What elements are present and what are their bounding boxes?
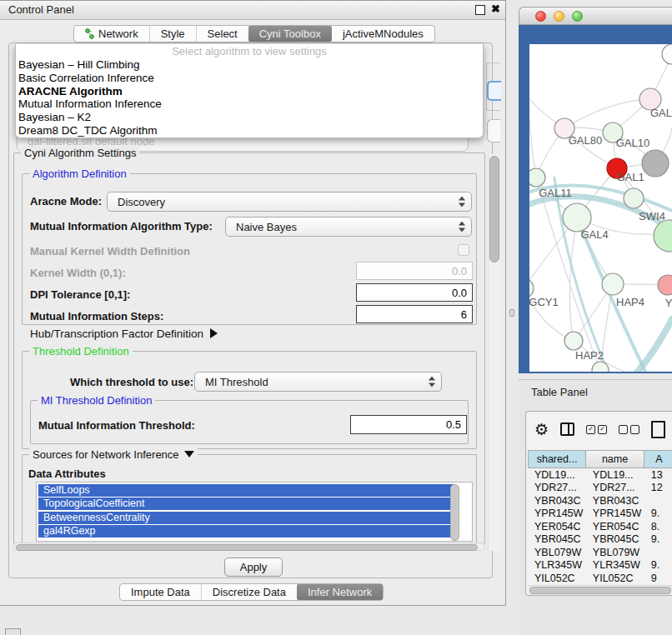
- network-node-gray-node[interactable]: [642, 150, 669, 177]
- settings-vertical-scrollbar[interactable]: [488, 154, 499, 551]
- float-window-icon[interactable]: [475, 5, 485, 15]
- column-header-shared[interactable]: shared...: [528, 450, 586, 468]
- kernel-width-field[interactable]: [356, 262, 473, 280]
- table-cell: YER054C: [586, 521, 644, 532]
- mac-close-button[interactable]: [535, 11, 546, 22]
- node-label-hap2: HAP2: [575, 349, 604, 362]
- node-label-gal11: GAL11: [539, 187, 572, 199]
- tab-infer-network[interactable]: Infer Network: [297, 584, 383, 600]
- aracne-mode-combo[interactable]: Discovery: [107, 192, 472, 212]
- table-cell: 9.: [644, 533, 672, 545]
- table-cell: YIL052C: [586, 572, 644, 584]
- mi-type-combo[interactable]: Naive Bayes: [225, 217, 472, 237]
- table-toolbar: ⚙ ✓✓: [534, 417, 668, 442]
- table-row[interactable]: YBR043CYBR043C: [528, 494, 672, 508]
- node-label-gal4: GAL4: [580, 228, 608, 241]
- manual-kernel-checkbox[interactable]: [458, 244, 469, 256]
- aracne-mode-value: Discovery: [118, 196, 165, 208]
- tab-discretize-data[interactable]: Discretize Data: [201, 584, 297, 600]
- tab-cyni-toolbox[interactable]: Cyni Toolbox: [248, 26, 332, 42]
- attribute-list-item[interactable]: BetweennessCentrality: [38, 512, 454, 524]
- mac-zoom-button[interactable]: [572, 11, 583, 22]
- network-edge-highlighted[interactable]: [636, 319, 672, 372]
- column-header-name[interactable]: name: [586, 450, 644, 468]
- sources-toggle[interactable]: Sources for Network Inference: [29, 448, 198, 461]
- algorithm-option[interactable]: Basic Correlation Inference: [16, 72, 483, 85]
- scrollbar-thumb[interactable]: [489, 156, 499, 262]
- table-row[interactable]: YLR345WYLR345W9.: [528, 559, 672, 572]
- node-label-gal1: GAL1: [616, 171, 644, 183]
- table-row[interactable]: YIL052CYIL052C9: [528, 572, 672, 585]
- algorithm-option[interactable]: ARACNE Algorithm: [16, 85, 483, 98]
- table-cell: 9.: [644, 508, 672, 519]
- dpi-tolerance-field[interactable]: [356, 283, 473, 302]
- tab-impute-data[interactable]: Impute Data: [120, 584, 201, 600]
- tab-jactivemnodules[interactable]: jActiveMNodules: [332, 26, 434, 42]
- control-panel-window: Control Panel ✖ NetworkStyleSelectCyni T…: [0, 0, 506, 606]
- tab-network[interactable]: Network: [74, 26, 149, 42]
- column-header-A[interactable]: A: [644, 450, 672, 468]
- algorithm-option[interactable]: Bayesian – K2: [16, 111, 483, 124]
- network-graph: GALGAL80GAL10GAL1GAL11SWI4GAL4GCY1HAP4YH…: [529, 44, 672, 372]
- mac-minimize-button[interactable]: [554, 11, 564, 22]
- control-panel-titlebar[interactable]: Control Panel ✖: [0, 1, 505, 20]
- algorithm-option[interactable]: Mutual Information Inference: [16, 98, 483, 111]
- network-canvas[interactable]: GALGAL80GAL10GAL1GAL11SWI4GAL4GCY1HAP4YH…: [529, 44, 672, 372]
- settings-horizontal-scrollbar[interactable]: [13, 542, 485, 551]
- table-cell: 12: [644, 482, 672, 493]
- table-header-row: shared...nameA: [528, 450, 672, 468]
- algorithm-option[interactable]: Dream8 DC_TDC Algorithm: [16, 124, 483, 138]
- table-row[interactable]: YPR145WYPR145W9.: [528, 508, 672, 521]
- attribute-list-item[interactable]: TopologicalCoefficient: [38, 498, 454, 510]
- table-row[interactable]: YBL079WYBL079W: [528, 546, 672, 559]
- attribute-list-item[interactable]: SelfLoops: [38, 484, 454, 497]
- mi-threshold-group-title: MI Threshold Definition: [38, 394, 155, 407]
- tab-style[interactable]: Style: [149, 26, 196, 42]
- aracne-mode-label: Aracne Mode:: [30, 195, 102, 208]
- hub-definition-label: Hub/Transcription Factor Definition: [30, 328, 203, 340]
- node-table: shared...nameA YDL19...YDL19...13YDR27..…: [528, 450, 672, 585]
- close-icon[interactable]: ✖: [491, 2, 500, 15]
- which-threshold-combo[interactable]: MI Threshold: [194, 372, 442, 392]
- attribute-list-item[interactable]: gal4RGexp: [38, 525, 454, 538]
- network-node-gal11[interactable]: [529, 168, 545, 187]
- minimized-panel-icon[interactable]: [5, 628, 21, 635]
- table-cell: YBR043C: [528, 495, 586, 507]
- mi-threshold-field[interactable]: [350, 415, 467, 434]
- table-cell: YBR043C: [586, 495, 644, 507]
- scrollbar-thumb[interactable]: [16, 544, 478, 551]
- scrollbar-thumb[interactable]: [529, 587, 671, 594]
- data-attributes-list[interactable]: SelfLoopsTopologicalCoefficientBetweenne…: [36, 482, 473, 542]
- network-window-titlebar[interactable]: [519, 7, 672, 25]
- splitter-handle[interactable]: [509, 309, 514, 317]
- network-node-gal4[interactable]: [563, 203, 591, 232]
- table-row[interactable]: YDR27...YDR27...12: [528, 482, 672, 495]
- table-row[interactable]: YDL19...YDL19...13: [528, 468, 672, 482]
- table-panel: Table Panel ⚙ ✓✓ shared...nameA YDL19...…: [519, 379, 672, 635]
- checked-columns-icon[interactable]: ✓✓: [586, 425, 607, 434]
- table-row[interactable]: YBR045CYBR045C9.: [528, 533, 672, 547]
- document-icon[interactable]: [651, 421, 665, 438]
- apply-button[interactable]: Apply: [224, 558, 283, 577]
- algorithm-option[interactable]: Bayesian – Hill Climbing: [16, 58, 483, 72]
- mi-steps-field[interactable]: [356, 305, 473, 323]
- network-node-hap2[interactable]: [564, 332, 583, 350]
- table-horizontal-scrollbar[interactable]: [528, 585, 672, 594]
- network-node-hap4[interactable]: [602, 273, 624, 295]
- attributes-scrollbar[interactable]: [450, 484, 459, 541]
- network-node-top-partial[interactable]: [662, 44, 672, 64]
- hub-definition-toggle[interactable]: Hub/Transcription Factor Definition: [30, 328, 218, 340]
- gear-icon[interactable]: ⚙: [534, 422, 549, 438]
- algorithm-list: Bayesian – Hill ClimbingBasic Correlatio…: [16, 58, 483, 138]
- tab-select[interactable]: Select: [196, 26, 248, 42]
- table-cell: 9: [644, 572, 672, 584]
- network-icon: [85, 28, 94, 39]
- unchecked-columns-icon[interactable]: [619, 425, 639, 434]
- network-node-salmon[interactable]: [658, 275, 672, 295]
- network-node-big-green[interactable]: [654, 220, 672, 252]
- network-window-frame: GALGAL80GAL10GAL1GAL11SWI4GAL4GCY1HAP4YH…: [519, 25, 672, 373]
- network-node-swi4[interactable]: [624, 188, 644, 208]
- split-view-icon[interactable]: [560, 422, 574, 436]
- table-row[interactable]: YER054CYER054C8.: [528, 520, 672, 533]
- cyni-settings-title: Cyni Algorithm Settings: [21, 147, 139, 159]
